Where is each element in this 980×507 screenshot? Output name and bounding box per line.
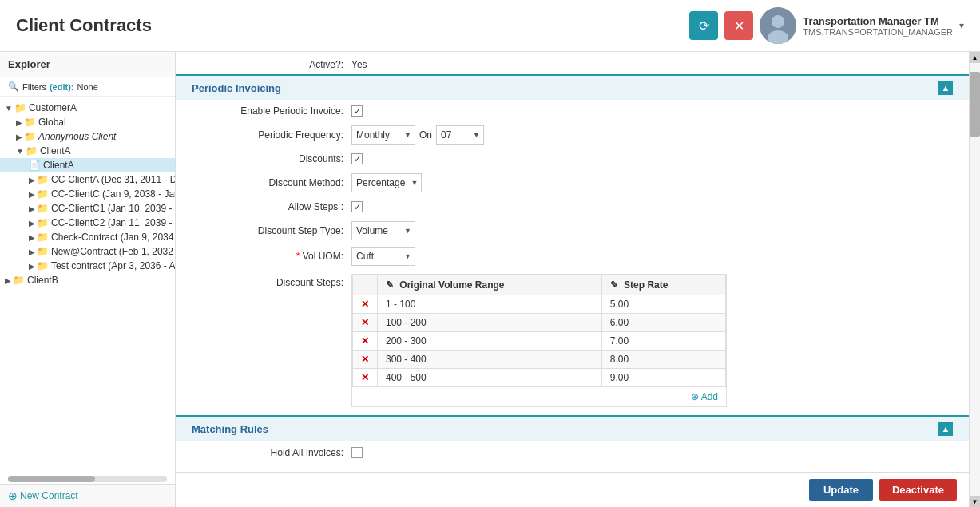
folder-icon: 📁 <box>37 232 49 243</box>
new-contract-label: New Contract <box>20 490 78 501</box>
tree-item-cc-clientC1[interactable]: ▶ 📁 CC-ClientC1 (Jan 10, 2039 - Jan... <box>0 201 175 216</box>
tree-item-check-contract[interactable]: ▶ 📁 Check-Contract (Jan 9, 2034 - J... <box>0 230 175 244</box>
tree-item-customerA[interactable]: ▼ 📁 CustomerA <box>0 101 175 115</box>
discount-step-type-value: Volume <box>356 225 388 236</box>
enable-periodic-checkbox[interactable] <box>351 105 363 117</box>
filters-value: None <box>77 82 98 92</box>
allow-steps-label: Allow Steps : <box>192 201 351 212</box>
user-dropdown-icon[interactable]: ▾ <box>959 20 964 31</box>
tree-label: CC-ClientC2 (Jan 11, 2039 - Jan... <box>51 217 175 228</box>
tree-item-cc-clientA[interactable]: ▶ 📁 CC-ClientA (Dec 31, 2011 - Dec... <box>0 172 175 187</box>
discount-step-type-select[interactable]: Volume <box>351 221 415 240</box>
tree-item-invoicing[interactable]: 📄 ClientA <box>0 158 175 172</box>
active-row: Active?: Yes <box>176 52 969 74</box>
main-layout: Explorer 🔍 Filters (edit): None ▼ 📁 Cust… <box>0 52 980 507</box>
discount-method-select[interactable]: Percentage <box>351 173 422 192</box>
right-scrollbar[interactable]: ▲ ▼ <box>969 52 980 507</box>
on-text: On <box>419 129 432 141</box>
hold-all-row: Hold All Invoices: <box>176 441 969 463</box>
vol-uom-value: Cuft <box>356 251 374 262</box>
delete-row-btn[interactable]: ✕ <box>361 372 369 383</box>
tree-item-test-contract[interactable]: ▶ 📁 Test contract (Apr 3, 2036 - Ap... <box>0 259 175 273</box>
folder-icon: 📁 <box>26 145 38 156</box>
tree-toggle: ▼ <box>5 104 13 113</box>
table-row: ✕ 200 - 300 7.00 <box>353 332 726 351</box>
plus-circle-icon: ⊕ <box>691 391 699 402</box>
folder-icon: 📁 <box>24 131 36 142</box>
tree-toggle: ▶ <box>16 133 22 141</box>
folder-icon: 📁 <box>37 260 49 271</box>
delete-row-btn[interactable]: ✕ <box>361 354 369 365</box>
horizontal-scrollbar[interactable] <box>8 476 167 482</box>
tree-item-new-contract[interactable]: ▶ 📁 New@Contract (Feb 1, 2032 - A... <box>0 244 175 259</box>
delete-row-btn[interactable]: ✕ <box>361 299 369 310</box>
delete-row-btn[interactable]: ✕ <box>361 317 369 328</box>
refresh-button[interactable]: ⟳ <box>689 11 718 40</box>
hold-all-checkbox[interactable] <box>351 447 363 458</box>
folder-icon: 📁 <box>37 246 49 257</box>
close-button[interactable]: ✕ <box>724 11 753 40</box>
action-bar: Update Deactivate <box>176 472 969 507</box>
allow-steps-checkbox[interactable] <box>351 201 363 212</box>
vol-uom-label: * Vol UOM: <box>192 251 351 262</box>
content-wrapper: Active?: Yes Periodic Invoicing ▲ Enable… <box>176 52 980 507</box>
tree-item-clientB[interactable]: ▶ 📁 ClientB <box>0 273 175 287</box>
matching-rules-collapse-btn[interactable]: ▲ <box>938 422 953 436</box>
range-cell: 1 - 100 <box>378 295 602 314</box>
discount-method-row: Discount Method: Percentage <box>176 170 969 196</box>
discount-steps-table: ✎ Original Volume Range ✎ Step Rate <box>352 275 726 387</box>
tree-label: ClientA <box>43 160 74 171</box>
section-collapse-btn[interactable]: ▲ <box>938 81 953 95</box>
periodic-frequency-select[interactable]: Monthly <box>351 125 415 145</box>
filters-edit-link[interactable]: (edit): <box>50 82 74 92</box>
tree-toggle: ▶ <box>29 176 35 184</box>
folder-icon: 📁 <box>37 174 49 185</box>
table-row: ✕ 100 - 200 6.00 <box>353 314 726 332</box>
rate-cell: 9.00 <box>601 369 725 387</box>
on-day-value: 07 <box>441 129 451 141</box>
rate-cell: 5.00 <box>601 295 725 314</box>
svg-point-1 <box>772 15 784 28</box>
user-role: TMS.TRANSPORTATION_MANAGER <box>803 27 953 37</box>
scroll-thumb[interactable] <box>970 72 980 137</box>
scroll-down-btn[interactable]: ▼ <box>970 496 980 507</box>
add-row-btn[interactable]: ⊕ Add <box>352 387 726 406</box>
on-day-select[interactable]: 07 <box>436 125 484 145</box>
discount-steps-table-wrapper: ✎ Original Volume Range ✎ Step Rate <box>351 274 727 407</box>
tree-item-cc-clientC2[interactable]: ▶ 📁 CC-ClientC2 (Jan 11, 2039 - Jan... <box>0 216 175 230</box>
discount-step-type-label: Discount Step Type: <box>192 225 351 236</box>
tree-toggle: ▶ <box>16 118 22 127</box>
range-cell: 200 - 300 <box>378 332 602 351</box>
user-name: Transportation Manager TM <box>803 15 953 27</box>
tree-toggle: ▶ <box>29 190 35 199</box>
tree-item-global[interactable]: ▶ 📁 Global <box>0 115 175 129</box>
section-title: Periodic Invoicing <box>192 82 281 94</box>
active-value: Yes <box>351 59 367 70</box>
tree-toggle: ▶ <box>29 233 35 242</box>
tree-toggle: ▶ <box>5 276 11 285</box>
tree-label: CustomerA <box>29 102 77 113</box>
range-cell: 400 - 500 <box>378 369 602 387</box>
edit-range-icon: ✎ <box>386 279 394 291</box>
filters-bar: 🔍 Filters (edit): None <box>0 77 175 97</box>
folder-icon: 📁 <box>24 117 36 128</box>
delete-row-btn[interactable]: ✕ <box>361 335 369 347</box>
tree-label: CC-ClientC1 (Jan 10, 2039 - Jan... <box>51 203 175 214</box>
deactivate-button[interactable]: Deactivate <box>879 479 957 501</box>
active-label: Active?: <box>192 59 351 70</box>
update-button[interactable]: Update <box>809 479 873 501</box>
rate-cell: 6.00 <box>601 314 725 332</box>
new-contract-link[interactable]: ⊕ New Contract <box>8 489 167 502</box>
matching-rules-section: Matching Rules ▲ <box>176 415 969 441</box>
vol-uom-select[interactable]: Cuft <box>351 247 415 266</box>
tree-label: ClientA <box>40 145 71 156</box>
tree-item-cc-clientC[interactable]: ▶ 📁 CC-ClientC (Jan 9, 2038 - Jan 9,... <box>0 187 175 201</box>
discounts-checkbox[interactable] <box>351 153 363 164</box>
scroll-up-btn[interactable]: ▲ <box>970 52 980 63</box>
folder-icon: 📁 <box>13 275 25 286</box>
tree-label: CC-ClientC (Jan 9, 2038 - Jan 9,... <box>51 188 175 200</box>
tree-label: Global <box>38 117 66 128</box>
tree-item-clientA[interactable]: ▼ 📁 ClientA <box>0 144 175 158</box>
tree-item-anonymous[interactable]: ▶ 📁 Anonymous Client <box>0 129 175 144</box>
tree-toggle: ▶ <box>29 219 35 228</box>
